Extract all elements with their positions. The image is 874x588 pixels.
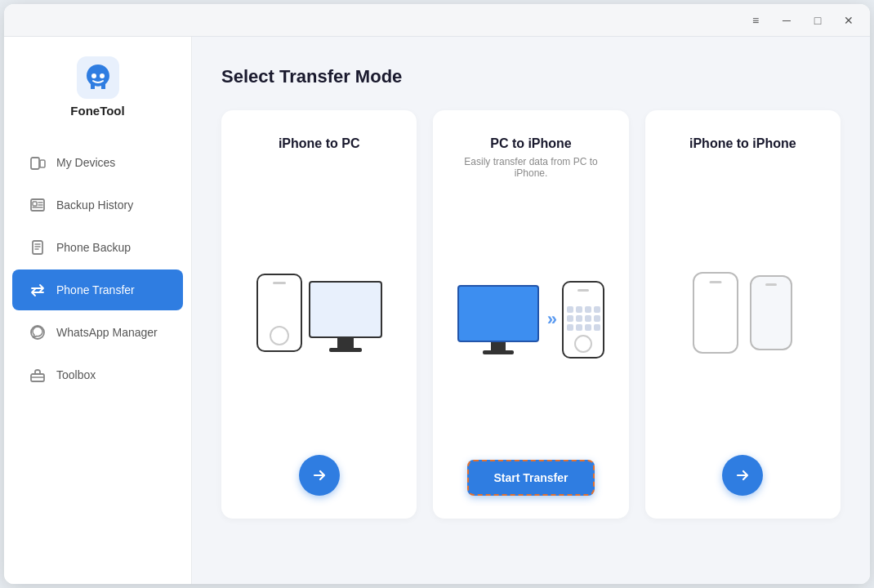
sidebar-label-my-devices: My Devices: [56, 156, 115, 169]
iphone-to-pc-graphic: [256, 274, 382, 352]
desktop-screen: [457, 285, 539, 342]
iphone-to-iphone-illustration: [693, 171, 792, 455]
sidebar-item-my-devices[interactable]: My Devices: [12, 142, 183, 183]
sidebar-label-phone-backup: Phone Backup: [56, 241, 131, 254]
sidebar-label-backup-history: Backup History: [56, 198, 133, 212]
history-icon: [29, 196, 47, 214]
logo-text: FoneTool: [70, 104, 124, 118]
titlebar: ≡ ─ □ ✕: [4, 4, 870, 37]
whatsapp-icon: [29, 323, 47, 341]
menu-button[interactable]: ≡: [744, 9, 767, 32]
device-icon: [29, 154, 47, 172]
phone-outline-left: [693, 272, 738, 354]
main-content: Select Transfer Mode iPhone to PC: [192, 37, 870, 584]
sidebar-label-whatsapp-manager: WhatsApp Manager: [56, 326, 158, 339]
iphone-dotted-graphic: [562, 281, 604, 359]
sidebar-item-phone-backup[interactable]: Phone Backup: [12, 227, 183, 268]
forward-arrows-icon: »: [547, 309, 554, 330]
svg-point-1: [91, 74, 96, 78]
iphone-to-pc-title: iPhone to PC: [279, 136, 360, 151]
start-transfer-button[interactable]: Start Transfer: [467, 460, 594, 496]
iphone-to-pc-card: iPhone to PC: [221, 110, 417, 519]
transfer-icon: [29, 281, 47, 299]
app-window: ≡ ─ □ ✕ FoneTool: [4, 4, 870, 584]
minimize-button[interactable]: ─: [775, 9, 798, 32]
svg-rect-4: [40, 160, 45, 167]
iphone-to-iphone-card: iPhone to iPhone: [645, 110, 841, 519]
desktop-base: [483, 350, 514, 354]
transfer-cards-row: iPhone to PC: [221, 110, 841, 519]
sidebar-item-backup-history[interactable]: Backup History: [12, 185, 183, 225]
phone-graphic: [256, 274, 302, 352]
iphone-to-iphone-arrow-button[interactable]: [722, 455, 763, 496]
app-logo-icon: [77, 56, 119, 99]
iphone-to-iphone-action: [722, 455, 763, 496]
svg-point-2: [100, 74, 105, 78]
sidebar-item-phone-transfer[interactable]: Phone Transfer: [12, 270, 183, 310]
monitor-base: [329, 348, 362, 352]
sidebar-label-phone-transfer: Phone Transfer: [56, 283, 135, 296]
sidebar-label-toolbox: Toolbox: [56, 368, 96, 381]
svg-rect-10: [33, 241, 42, 254]
sidebar: FoneTool My Devices: [4, 37, 192, 584]
sidebar-item-whatsapp-manager[interactable]: WhatsApp Manager: [12, 312, 183, 353]
app-body: FoneTool My Devices: [4, 37, 870, 584]
close-button[interactable]: ✕: [837, 9, 860, 32]
monitor-screen: [309, 281, 382, 338]
iphone-to-pc-illustration: [256, 171, 382, 455]
sidebar-logo: FoneTool: [4, 37, 191, 134]
sidebar-item-toolbox[interactable]: Toolbox: [12, 354, 183, 395]
desktop-stand: [491, 342, 506, 350]
iphone-to-iphone-graphic: [693, 272, 792, 354]
monitor-stand: [337, 338, 354, 348]
pc-to-iphone-desc: Easily transfer data from PC to iPhone.: [453, 156, 609, 179]
iphone-to-pc-arrow-button[interactable]: [299, 455, 340, 496]
pc-to-iphone-illustration: »: [457, 179, 604, 460]
pc-to-iphone-title: PC to iPhone: [490, 136, 572, 151]
desktop-graphic: [457, 285, 539, 354]
backup-icon: [29, 238, 47, 256]
page-title: Select Transfer Mode: [221, 66, 841, 87]
pc-to-iphone-action: Start Transfer: [467, 460, 594, 496]
maximize-button[interactable]: □: [806, 9, 829, 32]
svg-rect-6: [33, 202, 37, 206]
iphone-to-pc-action: [299, 455, 340, 496]
pc-to-iphone-graphic: »: [457, 281, 604, 359]
iphone-grid: [562, 292, 605, 347]
phone-outline-right: [750, 275, 792, 350]
toolbox-icon: [29, 366, 47, 384]
monitor-graphic: [309, 281, 382, 352]
sidebar-nav: My Devices Backup History: [4, 134, 191, 584]
svg-rect-3: [31, 158, 39, 169]
pc-to-iphone-card: PC to iPhone Easily transfer data from P…: [433, 110, 628, 519]
iphone-to-iphone-title: iPhone to iPhone: [689, 136, 796, 151]
